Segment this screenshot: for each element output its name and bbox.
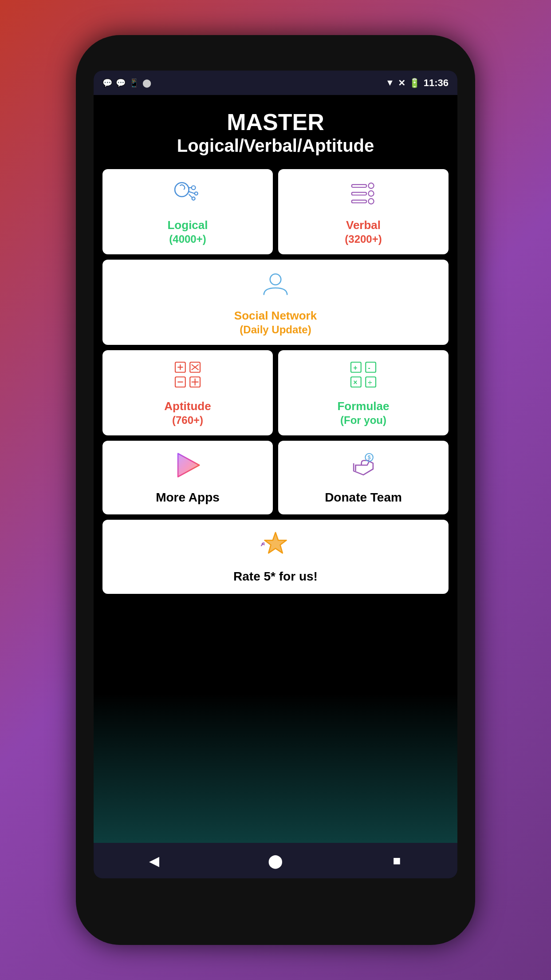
svg-point-1 [192, 186, 196, 190]
social-icon [260, 269, 291, 304]
home-icon: ⬤ [268, 853, 283, 869]
cards-row-1: Logical (4000+) [102, 169, 449, 254]
svg-point-3 [192, 197, 195, 200]
verbal-sublabel: (3200+) [345, 233, 382, 245]
status-bar: 💬 💬 📱 ⬤ ▼ ✕ 🔋 11:36 [94, 71, 457, 95]
recent-button[interactable]: ■ [386, 850, 408, 872]
rate-card[interactable]: Rate 5* for us! [102, 520, 449, 593]
sd-icon: 📱 [129, 78, 139, 88]
cards-row-4: More Apps $ Donate Team [102, 441, 449, 514]
svg-point-9 [368, 191, 374, 196]
svg-text:÷: ÷ [368, 379, 372, 386]
bottom-nav: ◀ ⬤ ■ [94, 843, 457, 878]
svg-line-6 [189, 194, 192, 198]
cards-container: Logical (4000+) [102, 169, 449, 593]
verbal-icon [348, 178, 379, 213]
app-title: MASTER [227, 108, 324, 136]
svg-rect-10 [352, 193, 366, 195]
svg-rect-8 [352, 185, 366, 187]
donate-icon: $ [348, 450, 379, 485]
rate-icon [260, 529, 291, 564]
back-icon: ◀ [149, 853, 159, 869]
svg-point-2 [195, 192, 198, 195]
aptitude-card[interactable]: Aptitude (760+) [102, 350, 273, 435]
more-apps-card[interactable]: More Apps [102, 441, 273, 514]
social-label: Social Network [234, 308, 317, 324]
dot-icon: ⬤ [142, 78, 151, 88]
social-card[interactable]: Social Network (Daily Update) [102, 260, 449, 345]
battery-icon: 🔋 [409, 78, 420, 88]
svg-rect-26 [366, 362, 376, 372]
aptitude-label: Aptitude [164, 399, 211, 414]
back-button[interactable]: ◀ [143, 850, 165, 872]
signal-icon: ✕ [398, 78, 405, 88]
verbal-card[interactable]: Verbal (3200+) [278, 169, 449, 254]
recent-icon: ■ [393, 853, 401, 868]
logical-label: Logical [167, 218, 208, 233]
svg-rect-12 [352, 200, 366, 203]
wifi-icon: ▼ [386, 78, 394, 88]
logical-card[interactable]: Logical (4000+) [102, 169, 273, 254]
svg-text:$: $ [368, 454, 371, 461]
status-time: 11:36 [424, 77, 449, 89]
cards-row-3: Aptitude (760+) + - [102, 350, 449, 435]
rate-label: Rate 5* for us! [233, 569, 318, 585]
brain-icon [172, 178, 203, 213]
phone-screen: 💬 💬 📱 ⬤ ▼ ✕ 🔋 11:36 MASTER Logical/Verba… [94, 71, 457, 878]
aptitude-sublabel: (760+) [172, 414, 203, 427]
main-content: MASTER Logical/Verbal/Aptitude [94, 95, 457, 843]
svg-line-5 [189, 192, 195, 194]
status-right-icons: ▼ ✕ 🔋 11:36 [386, 77, 449, 89]
svg-marker-34 [178, 454, 199, 477]
home-button[interactable]: ⬤ [264, 850, 287, 872]
status-left-icons: 💬 💬 📱 ⬤ [102, 78, 151, 88]
formulae-card[interactable]: + - × ÷ Formulae (For you) [278, 350, 449, 435]
formulae-sublabel: (For you) [340, 414, 386, 427]
cards-row-5: Rate 5* for us! [102, 520, 449, 593]
svg-text:-: - [368, 364, 370, 371]
aptitude-icon [172, 359, 203, 395]
play-store-icon [172, 450, 203, 485]
donate-label: Donate Team [325, 490, 402, 506]
cards-row-2: Social Network (Daily Update) [102, 260, 449, 345]
app-subtitle: Logical/Verbal/Aptitude [177, 136, 374, 156]
phone-device: 💬 💬 📱 ⬤ ▼ ✕ 🔋 11:36 MASTER Logical/Verba… [76, 35, 475, 945]
logical-sublabel: (4000+) [169, 233, 206, 245]
social-sublabel: (Daily Update) [240, 324, 311, 336]
svg-point-7 [368, 183, 374, 189]
donate-card[interactable]: $ Donate Team [278, 441, 449, 514]
more-apps-label: More Apps [156, 490, 220, 506]
svg-point-13 [270, 274, 281, 285]
formulae-label: Formulae [337, 399, 389, 414]
notification-icon-2: 💬 [116, 78, 126, 88]
formulae-icon: + - × ÷ [348, 359, 379, 395]
verbal-label: Verbal [346, 218, 381, 233]
svg-text:×: × [353, 379, 357, 386]
svg-text:+: + [353, 364, 357, 371]
svg-point-11 [368, 199, 374, 204]
notification-icon-1: 💬 [102, 78, 112, 88]
